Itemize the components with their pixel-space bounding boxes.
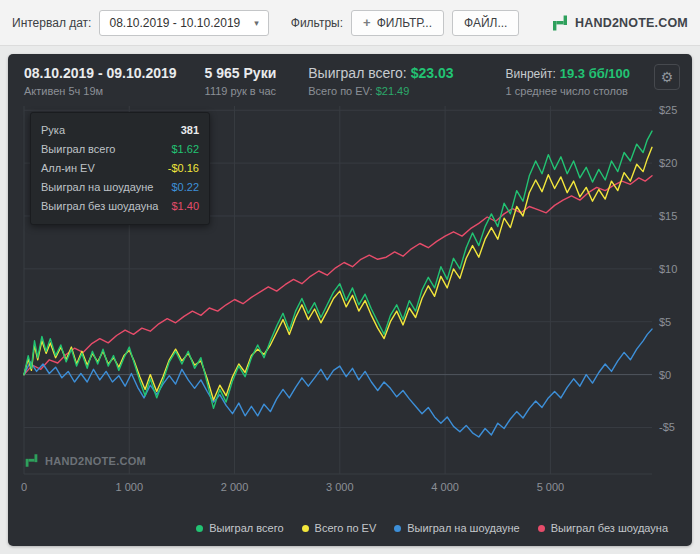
- x-tick-label: 4 000: [431, 481, 459, 493]
- hands-block: 5 965 Руки 1119 рук в час: [205, 65, 277, 97]
- chart-legend: Выиграл всего Всего по EV Выиграл на шоу…: [8, 518, 692, 546]
- file-button[interactable]: ФАЙЛ...: [452, 10, 519, 36]
- tooltip-value: -$0.16: [168, 159, 199, 178]
- add-filter-button[interactable]: + ФИЛЬТР...: [351, 10, 444, 36]
- hand2note-brand: HAND2NOTE.COM: [551, 14, 688, 32]
- legend-label: Выиграл на шоудауне: [407, 522, 519, 534]
- session-active-time: Активен 5ч 19м: [24, 85, 177, 97]
- stats-header: 08.10.2019 - 09.10.2019 Активен 5ч 19м 5…: [8, 54, 692, 100]
- chart-tooltip: Рука 381 Выиграл всего $1.62 Алл-ин EV -…: [30, 112, 210, 225]
- x-tick-label: 2 000: [221, 481, 249, 493]
- tooltip-label: Выиграл всего: [41, 140, 115, 159]
- ev-total-value: $21.49: [376, 85, 410, 97]
- tooltip-value: 381: [181, 121, 199, 140]
- date-range-select[interactable]: 08.10.2019 - 10.10.2019 ▾: [99, 10, 268, 36]
- avg-tables: 1 среднее число столов: [506, 85, 630, 97]
- winrate-value: 19.3 бб/100: [560, 66, 630, 81]
- tooltip-label: Выиграл без шоудауна: [41, 197, 158, 216]
- file-button-label: ФАЙЛ...: [464, 16, 507, 30]
- legend-dot: [394, 525, 401, 532]
- x-tick-label: 3 000: [326, 481, 354, 493]
- watermark: HAND2NOTE.COM: [24, 453, 146, 468]
- x-tick-label: 5 000: [537, 481, 565, 493]
- hand2note-logo-icon: [24, 453, 39, 468]
- interval-label: Интервал дат:: [12, 16, 91, 30]
- y-tick-label: $15: [659, 210, 677, 222]
- legend-item-showdown[interactable]: Выиграл на шоудауне: [394, 522, 519, 534]
- y-tick-label: -$5: [659, 421, 675, 433]
- add-filter-label: ФИЛЬТР...: [377, 16, 432, 30]
- chevron-down-icon: ▾: [254, 18, 259, 28]
- legend-item-non-showdown[interactable]: Выиграл без шоудауна: [538, 522, 668, 534]
- session-date-range: 08.10.2019 - 09.10.2019: [24, 65, 177, 81]
- tooltip-row: Алл-ин EV -$0.16: [41, 159, 199, 178]
- tooltip-row: Рука 381: [41, 121, 199, 140]
- gear-icon: ⚙: [661, 69, 674, 85]
- winnings-block: Выиграл всего: $23.03 Всего по EV: $21.4…: [308, 65, 453, 97]
- session-dates-block: 08.10.2019 - 09.10.2019 Активен 5ч 19м: [24, 65, 177, 97]
- tooltip-row: Выиграл на шоудауне $0.22: [41, 178, 199, 197]
- filters-label: Фильтры:: [291, 16, 343, 30]
- tooltip-value: $0.22: [171, 178, 199, 197]
- legend-item-total-won[interactable]: Выиграл всего: [196, 522, 283, 534]
- legend-dot: [538, 525, 545, 532]
- tooltip-value: $1.62: [171, 140, 199, 159]
- hand2note-logo-icon: [551, 14, 569, 32]
- won-total-value: $23.03: [411, 65, 454, 81]
- top-toolbar: Интервал дат: 08.10.2019 - 10.10.2019 ▾ …: [0, 0, 700, 46]
- legend-label: Всего по EV: [315, 522, 377, 534]
- plus-icon: +: [363, 15, 371, 30]
- tooltip-row: Выиграл без шоудауна $1.40: [41, 197, 199, 216]
- series-line-2: [24, 329, 652, 437]
- winrate-label: Винрейт:: [506, 67, 556, 81]
- y-tick-label: $0: [659, 369, 671, 381]
- x-tick-label: 0: [21, 481, 27, 493]
- legend-item-ev[interactable]: Всего по EV: [302, 522, 377, 534]
- ev-total-label: Всего по EV:: [308, 85, 372, 97]
- y-tick-label: $20: [659, 157, 677, 169]
- x-tick-label: 1 000: [116, 481, 144, 493]
- brand-text: HAND2NOTE.COM: [575, 16, 688, 30]
- hands-count: 5 965 Руки: [205, 65, 277, 81]
- tooltip-row: Выиграл всего $1.62: [41, 140, 199, 159]
- legend-label: Выиграл всего: [209, 522, 283, 534]
- tooltip-label: Выиграл на шоудауне: [41, 178, 153, 197]
- tooltip-value: $1.40: [171, 197, 199, 216]
- won-total-label: Выиграл всего:: [308, 65, 407, 81]
- legend-dot: [196, 525, 203, 532]
- watermark-text: HAND2NOTE.COM: [45, 455, 146, 467]
- tooltip-label: Рука: [41, 121, 65, 140]
- winrate-block: Винрейт: 19.3 бб/100 1 среднее число сто…: [506, 65, 630, 97]
- y-tick-label: $25: [659, 104, 677, 116]
- hands-per-hour: 1119 рук в час: [205, 85, 277, 97]
- report-panel: 08.10.2019 - 09.10.2019 Активен 5ч 19м 5…: [8, 54, 692, 546]
- tooltip-label: Алл-ин EV: [41, 159, 95, 178]
- date-range-value: 08.10.2019 - 10.10.2019: [109, 16, 240, 30]
- y-tick-label: $10: [659, 263, 677, 275]
- settings-gear-button[interactable]: ⚙: [654, 64, 680, 90]
- legend-label: Выиграл без шоудауна: [551, 522, 668, 534]
- legend-dot: [302, 525, 309, 532]
- y-tick-label: $5: [659, 316, 671, 328]
